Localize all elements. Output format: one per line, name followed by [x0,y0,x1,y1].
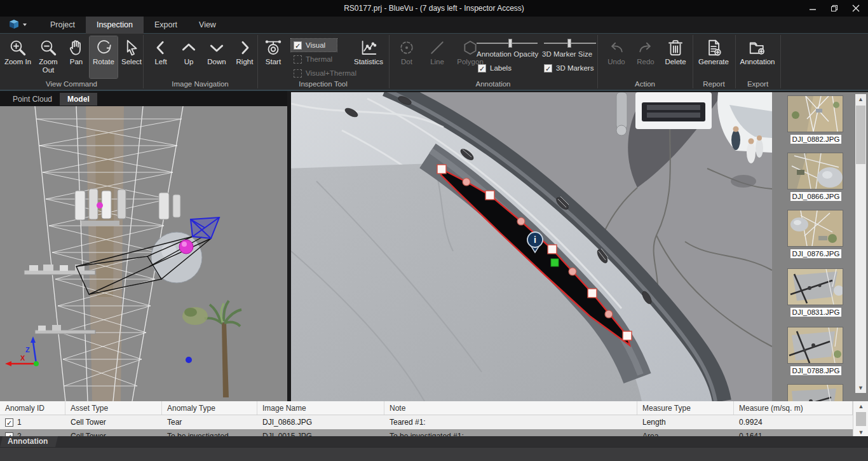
select-button[interactable]: Select [119,36,144,78]
chart-icon [359,38,378,57]
scrollbar-thumb[interactable] [856,412,866,426]
tab-model[interactable]: Model [60,93,97,106]
redo-icon [636,38,655,57]
window-title: RS0177.prj - BlueVu - (7 days left - Ins… [0,0,868,17]
tab-export[interactable]: Export [144,17,188,34]
unchecked-box-icon: ✓ [294,55,302,64]
tab-annotation-panel[interactable]: Annotation [0,436,58,447]
line-tool-button: Line [423,36,451,78]
minimize-button[interactable] [802,0,824,17]
nav-left-button[interactable]: Left [147,36,174,78]
annotation-opacity-slider[interactable] [477,39,538,48]
hand-icon [67,38,86,57]
selected-handle-green[interactable] [551,259,559,266]
restore-button[interactable] [824,0,845,17]
line-tool-icon [428,38,447,57]
scroll-up-icon[interactable]: ▲ [853,401,868,411]
cursor-icon [122,38,141,57]
statistics-button[interactable]: Statistics [351,36,386,78]
close-button[interactable] [845,0,867,17]
image-thumbnail-sidebar: DJI_0882.JPG DJI_0866.JPG DJI_0876.JPG D… [772,92,868,401]
document-plus-icon [704,38,723,57]
start-inspection-button[interactable]: Start [259,36,287,78]
sidebar-scrollbar[interactable]: ▲ ▼ [855,94,866,393]
tab-inspection[interactable]: Inspection [86,17,144,34]
scroll-up-icon[interactable]: ▲ [855,94,866,104]
drone-photo: i [291,92,772,401]
marker-blue [186,357,192,363]
col-anomaly-type[interactable]: Anomaly Type [162,401,257,415]
undo-icon [607,38,626,57]
thumbnail-dji-0866[interactable] [788,153,843,189]
left-panel-tab-bar: Point Cloud Model [0,91,287,106]
inspection-image-view[interactable]: i [291,92,772,401]
info-icon: i [534,235,536,245]
table-scrollbar[interactable]: ▲ ▼ [853,401,868,437]
col-measure-type[interactable]: Measure Type [637,401,734,415]
scroll-down-icon[interactable]: ▼ [855,383,866,393]
status-bar [0,447,868,461]
title-bar: RS0177.prj - BlueVu - (7 days left - Ins… [0,0,868,17]
ribbon-tab-bar: Project Inspection Export View [0,17,868,34]
group-label-export: Export [735,79,780,88]
redo-button: Redo [632,36,660,78]
table-row[interactable]: ✓1 Cell Tower Tear DJI_0868.JPG Teared #… [0,415,853,429]
checked-box-icon: ✓ [544,64,552,72]
table-header-row: Anomaly ID Asset Type Anomaly Type Image… [0,401,853,415]
group-label-action: Action [597,79,693,88]
pole [616,92,627,135]
thumbnail-filename: DJI_0876.JPG [781,247,851,259]
generate-report-button[interactable]: Generate [695,36,733,78]
group-label-inspection-tool: Inspection Tool [257,79,389,88]
col-anomaly-id[interactable]: Anomaly ID [0,401,65,415]
nav-right-button[interactable]: Right [231,36,258,78]
annotation-opacity-label: Annotation Opacity [477,50,538,58]
chevron-right-icon [235,38,254,57]
slider-handle[interactable] [567,39,571,48]
group-label-image-navigation: Image Navigation [143,79,257,88]
col-image-name[interactable]: Image Name [257,401,384,415]
axis-z-label: Z [25,346,30,354]
zoom-out-button[interactable]: Zoom Out [34,36,63,78]
rotate-button[interactable]: Rotate [90,36,118,78]
scrollbar-thumb[interactable] [856,106,865,164]
pan-button[interactable]: Pan [64,36,88,78]
chevron-left-icon [151,38,170,57]
model-3d-viewport[interactable]: X Z [0,106,287,401]
dropdown-caret-icon [23,24,27,26]
anomaly-marker-magenta [97,202,103,209]
chevron-up-icon [179,38,198,57]
nav-down-button[interactable]: Down [203,36,230,78]
marker-size-slider[interactable] [544,39,596,48]
col-asset-type[interactable]: Asset Type [65,401,162,415]
labels-checkbox[interactable]: ✓ Labels [478,62,512,74]
undo-button: Undo [602,36,630,78]
anomaly-table: Anomaly ID Asset Type Anomaly Type Image… [0,401,868,437]
tab-view[interactable]: View [188,17,227,34]
truck [635,92,712,129]
3d-markers-checkbox[interactable]: ✓ 3D Markers [544,62,593,74]
thumbnail-dji-0788[interactable] [788,327,843,363]
point-cloud-tower-render: X Z [0,106,287,401]
app-logo-menu-button[interactable] [9,18,32,31]
drone-icon [264,38,283,57]
anomaly-marker-magenta [179,240,193,254]
tab-point-cloud[interactable]: Point Cloud [5,93,60,106]
zoom-in-button[interactable]: Zoom In [3,36,32,78]
thumbnail-dji-0876[interactable] [788,210,843,246]
nav-up-button[interactable]: Up [175,36,202,78]
delete-button[interactable]: Delete [661,36,690,78]
trash-icon [666,38,685,57]
slider-handle[interactable] [508,39,512,48]
marker-size-label: 3D Marker Size [542,50,592,58]
visual-checkbox[interactable]: ✓ Visual [291,39,337,52]
thumbnail-dji-0831[interactable] [788,269,843,305]
tab-project[interactable]: Project [39,17,86,34]
group-divider [780,35,781,88]
row-checkbox[interactable]: ✓ [5,418,13,427]
col-note[interactable]: Note [384,401,637,415]
thumbnail-partial[interactable] [788,385,843,401]
export-annotation-button[interactable]: Annotation [736,36,779,78]
col-measure[interactable]: Measure (m/sq. m) [734,401,853,415]
thumbnail-dji-0882[interactable] [788,96,843,132]
